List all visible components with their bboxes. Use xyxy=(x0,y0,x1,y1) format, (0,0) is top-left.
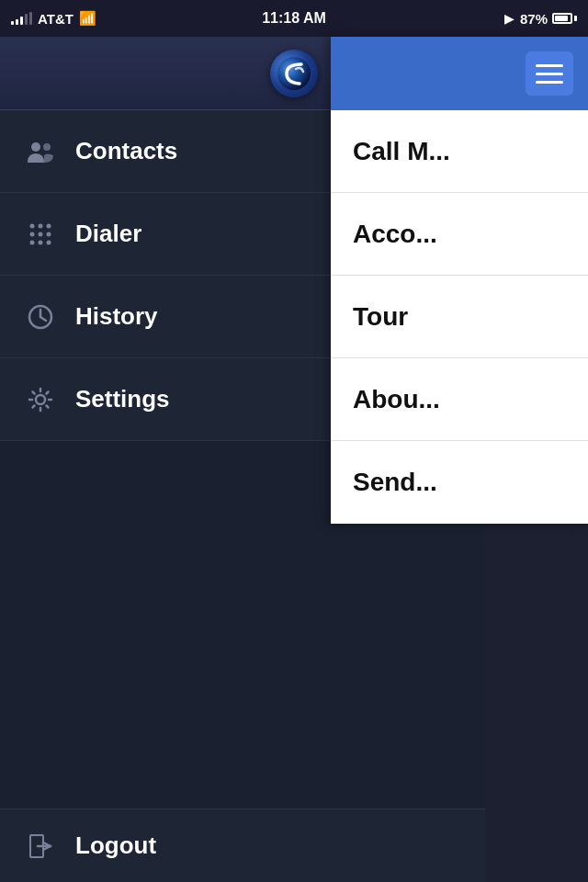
right-panel-header xyxy=(331,37,588,110)
svg-line-14 xyxy=(40,317,46,321)
svg-point-15 xyxy=(36,395,45,404)
svg-point-2 xyxy=(43,143,51,151)
right-menu-tour[interactable]: Tour xyxy=(331,276,588,358)
svg-point-0 xyxy=(277,57,311,90)
people-icon xyxy=(26,137,55,166)
send-label: Send... xyxy=(353,468,437,497)
svg-point-10 xyxy=(39,240,43,244)
hamburger-line-3 xyxy=(536,81,563,84)
location-icon: ▶ xyxy=(504,12,514,26)
status-time: 11:18 AM xyxy=(262,10,326,27)
signal-icon xyxy=(11,12,32,25)
dialer-label: Dialer xyxy=(75,220,141,248)
right-menu-account[interactable]: Acco... xyxy=(331,193,588,276)
svg-point-11 xyxy=(47,240,51,244)
hamburger-line-1 xyxy=(536,64,563,67)
settings-label: Settings xyxy=(75,385,170,413)
clock-icon xyxy=(26,302,55,332)
status-left: AT&T 📶 xyxy=(11,10,96,27)
battery-label: 87% xyxy=(520,11,548,27)
account-label: Acco... xyxy=(353,220,437,249)
history-label: History xyxy=(75,302,158,331)
right-menu-call-me[interactable]: Call M... xyxy=(331,110,588,193)
carrier-label: AT&T xyxy=(38,11,74,27)
svg-point-6 xyxy=(30,232,35,236)
svg-point-5 xyxy=(47,223,51,228)
app-logo xyxy=(270,50,318,97)
status-right: ▶ 87% xyxy=(504,11,577,27)
right-menu-about[interactable]: Abou... xyxy=(331,358,588,441)
svg-point-8 xyxy=(47,232,51,236)
tour-label: Tour xyxy=(353,302,408,332)
gear-icon xyxy=(26,385,55,414)
right-dropdown-panel: Call M... Acco... Tour Abou... Send... xyxy=(331,37,588,524)
dialer-icon xyxy=(26,220,55,249)
right-menu-send[interactable]: Send... xyxy=(331,441,588,524)
svg-point-4 xyxy=(39,223,43,228)
about-label: Abou... xyxy=(353,385,440,414)
call-me-label: Call M... xyxy=(353,137,450,166)
svg-point-3 xyxy=(30,223,35,228)
door-icon xyxy=(26,831,55,861)
battery-icon xyxy=(552,13,577,24)
hamburger-button[interactable] xyxy=(526,51,573,96)
hamburger-line-2 xyxy=(536,73,563,75)
svg-point-7 xyxy=(39,232,43,236)
logout-label: Logout xyxy=(75,831,156,860)
nav-item-logout[interactable]: Logout xyxy=(0,808,485,882)
wifi-icon: 📶 xyxy=(79,10,96,27)
svg-point-1 xyxy=(31,142,40,152)
status-bar: AT&T 📶 11:18 AM ▶ 87% xyxy=(0,0,588,37)
svg-point-9 xyxy=(30,240,35,244)
contacts-label: Contacts xyxy=(75,137,177,165)
